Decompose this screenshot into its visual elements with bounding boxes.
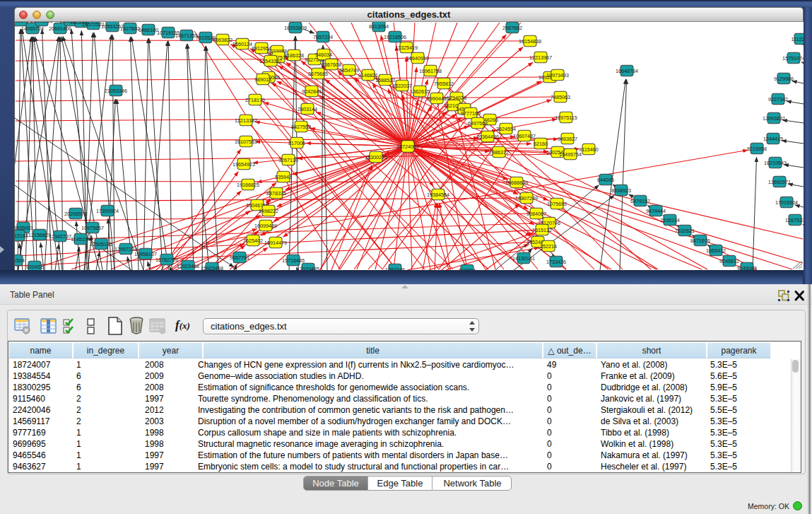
svg-text:535941: 535941: [275, 174, 292, 180]
svg-text:9245082: 9245082: [737, 265, 757, 270]
svg-text:6466160: 6466160: [139, 27, 158, 33]
svg-text:1733426: 1733426: [546, 259, 566, 265]
svg-text:2935114: 2935114: [660, 217, 679, 223]
svg-text:1244415: 1244415: [763, 136, 783, 142]
svg-text:19218506: 19218506: [384, 34, 406, 40]
svg-text:7625402: 7625402: [243, 238, 263, 244]
svg-text:10973493: 10973493: [546, 72, 569, 78]
svg-text:12213967: 12213967: [529, 54, 552, 61]
svg-text:17016504: 17016504: [775, 199, 798, 206]
svg-text:14130141: 14130141: [512, 255, 535, 262]
svg-text:3624554: 3624554: [496, 126, 516, 132]
svg-text:1498222: 1498222: [259, 208, 278, 214]
svg-text:8215958: 8215958: [747, 146, 767, 152]
svg-text:7986372: 7986372: [489, 149, 509, 156]
svg-text:546034: 546034: [315, 52, 332, 58]
svg-text:7955812: 7955812: [434, 81, 454, 87]
svg-text:6879197: 6879197: [630, 198, 650, 204]
svg-text:10958107: 10958107: [134, 251, 157, 257]
svg-text:12342737: 12342737: [49, 233, 71, 240]
svg-text:12505135: 12505135: [90, 241, 112, 247]
svg-text:2718176: 2718176: [245, 97, 265, 103]
svg-text:20206578: 20206578: [64, 211, 87, 217]
svg-text:5675685: 5675685: [308, 71, 328, 77]
svg-text:1112228: 1112228: [792, 36, 804, 42]
svg-text:16053809: 16053809: [284, 25, 307, 31]
svg-text:1362615: 1362615: [410, 88, 430, 95]
svg-text:252214: 252214: [540, 243, 557, 250]
svg-text:9245612: 9245612: [719, 258, 739, 264]
svg-text:1145194: 1145194: [71, 236, 90, 243]
svg-text:7663822: 7663822: [213, 37, 233, 43]
svg-text:15716485: 15716485: [282, 257, 305, 264]
svg-text:15923468: 15923468: [201, 265, 223, 270]
svg-text:20196118: 20196118: [30, 22, 52, 24]
svg-text:8990448: 8990448: [427, 95, 447, 102]
svg-text:16640910: 16640910: [406, 55, 429, 62]
svg-text:10975857: 10975857: [81, 225, 104, 231]
svg-text:18724007: 18724007: [396, 144, 419, 150]
svg-text:20364436: 20364436: [476, 134, 499, 140]
svg-text:16914479: 16914479: [264, 240, 287, 246]
svg-text:9227342: 9227342: [768, 96, 788, 103]
svg-text:8186328: 8186328: [284, 52, 304, 59]
svg-text:8878335: 8878335: [266, 190, 286, 197]
svg-text:19654923: 19654923: [233, 161, 255, 168]
svg-text:15751074: 15751074: [782, 55, 804, 62]
svg-text:16154838: 16154838: [519, 38, 541, 45]
svg-text:12093832: 12093832: [763, 115, 785, 122]
svg-text:12975115: 12975115: [555, 115, 577, 121]
svg-text:10688609: 10688609: [505, 180, 528, 186]
svg-text:21053346: 21053346: [105, 88, 127, 94]
svg-text:1267533: 1267533: [785, 217, 804, 223]
svg-text:9463627: 9463627: [558, 136, 577, 142]
svg-text:9129966: 9129966: [774, 76, 794, 82]
svg-text:6497568: 6497568: [468, 120, 488, 127]
svg-text:1065412: 1065412: [706, 247, 726, 254]
svg-text:9777169: 9777169: [461, 110, 481, 117]
svg-text:9084067: 9084067: [526, 211, 546, 217]
svg-text:8322037: 8322037: [392, 83, 412, 89]
svg-text:16099489: 16099489: [254, 223, 277, 229]
svg-text:16648784: 16648784: [616, 68, 638, 74]
svg-text:1292346: 1292346: [385, 267, 405, 270]
svg-text:810234: 810234: [459, 267, 476, 270]
svg-text:14495754: 14495754: [559, 151, 582, 158]
svg-text:62160: 62160: [534, 141, 548, 147]
svg-text:731504: 731504: [15, 257, 25, 264]
svg-text:644095: 644095: [597, 177, 614, 183]
svg-text:17359924: 17359924: [96, 208, 119, 214]
svg-text:8660124: 8660124: [233, 41, 252, 47]
svg-text:12923468: 12923468: [177, 263, 199, 269]
svg-text:12156829: 12156829: [28, 232, 51, 238]
svg-text:989013: 989013: [254, 76, 271, 83]
svg-text:9115460: 9115460: [579, 146, 598, 153]
svg-text:920451: 920451: [26, 264, 43, 270]
svg-text:16961758: 16961758: [419, 68, 442, 74]
svg-text:12213382: 12213382: [235, 117, 257, 124]
svg-text:8454749: 8454749: [339, 67, 359, 74]
svg-text:1527602: 1527602: [120, 25, 140, 32]
svg-text:18300275: 18300275: [365, 154, 387, 160]
svg-text:12033485: 12033485: [297, 266, 319, 270]
svg-text:18807249: 18807249: [515, 195, 538, 201]
svg-text:13692971: 13692971: [768, 179, 791, 185]
svg-text:13325419: 13325419: [395, 45, 418, 51]
svg-text:7485063: 7485063: [551, 94, 570, 100]
svg-text:19384554: 19384554: [427, 192, 449, 198]
svg-text:8813054: 8813054: [369, 23, 389, 30]
svg-text:9474444: 9474444: [646, 208, 666, 214]
svg-text:1075692: 1075692: [547, 201, 567, 207]
svg-text:8938923: 8938923: [611, 187, 631, 194]
svg-text:7632621: 7632621: [675, 228, 695, 234]
svg-text:16107553: 16107553: [235, 139, 257, 145]
svg-text:16782759: 16782759: [155, 257, 178, 263]
svg-text:9242843: 9242843: [302, 88, 322, 95]
svg-text:1615132: 1615132: [532, 227, 552, 233]
svg-text:2367608: 2367608: [322, 62, 341, 68]
svg-text:10607487: 10607487: [513, 133, 536, 139]
svg-text:14671355: 14671355: [175, 33, 198, 39]
svg-text:817006: 817006: [288, 140, 305, 146]
svg-text:19166825: 19166825: [237, 182, 259, 188]
svg-text:2087682: 2087682: [502, 25, 522, 31]
